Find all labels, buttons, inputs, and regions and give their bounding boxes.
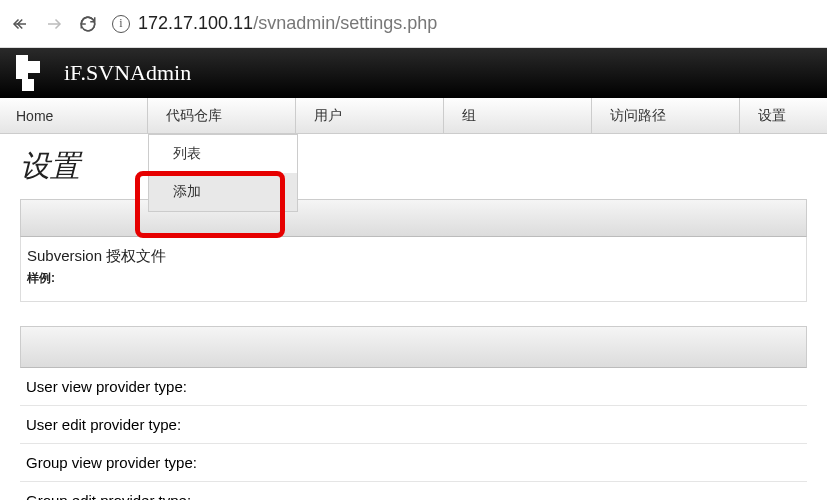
url-path: /svnadmin/settings.php <box>253 13 437 33</box>
provider-rows: User view provider type: User edit provi… <box>20 368 807 500</box>
reload-button[interactable] <box>78 14 98 34</box>
provider-row: Group edit provider type: <box>20 482 807 500</box>
section-header <box>20 326 807 368</box>
nav-groups[interactable]: 组 <box>444 98 592 133</box>
svn-auth-label: Subversion 授权文件 <box>27 247 796 266</box>
app-logo-icon <box>16 55 48 91</box>
section-body: Subversion 授权文件 样例: <box>20 237 807 302</box>
page-content: 设置 Subversion 授权文件 样例: User view provide… <box>0 134 827 500</box>
repository-dropdown: 列表 添加 <box>148 134 298 212</box>
nav-repository[interactable]: 代码仓库 <box>148 98 296 133</box>
nav-access-paths[interactable]: 访问路径 <box>592 98 740 133</box>
browser-toolbar: i 172.17.100.11/svnadmin/settings.php <box>0 0 827 48</box>
section-svn-auth: Subversion 授权文件 样例: <box>20 199 807 302</box>
app-header: iF.SVNAdmin <box>0 48 827 98</box>
address-bar[interactable]: i 172.17.100.11/svnadmin/settings.php <box>112 13 437 34</box>
nav-settings[interactable]: 设置 <box>740 98 827 133</box>
back-button[interactable] <box>10 14 30 34</box>
url-host: 172.17.100.11 <box>138 13 253 33</box>
dropdown-item-add[interactable]: 添加 <box>149 173 297 211</box>
forward-button[interactable] <box>44 14 64 34</box>
nav-users[interactable]: 用户 <box>296 98 444 133</box>
section-providers: User view provider type: User edit provi… <box>20 326 807 500</box>
section-header <box>20 199 807 237</box>
dropdown-item-list[interactable]: 列表 <box>149 135 297 173</box>
provider-row: User edit provider type: <box>20 406 807 444</box>
nav-home[interactable]: Home <box>0 98 148 133</box>
provider-row: User view provider type: <box>20 368 807 406</box>
main-nav: Home 代码仓库 用户 组 访问路径 设置 列表 添加 <box>0 98 827 134</box>
app-title: iF.SVNAdmin <box>64 60 191 86</box>
site-info-icon[interactable]: i <box>112 15 130 33</box>
sample-label: 样例: <box>27 270 796 287</box>
page-title: 设置 <box>20 146 807 187</box>
provider-row: Group view provider type: <box>20 444 807 482</box>
url-text: 172.17.100.11/svnadmin/settings.php <box>138 13 437 34</box>
